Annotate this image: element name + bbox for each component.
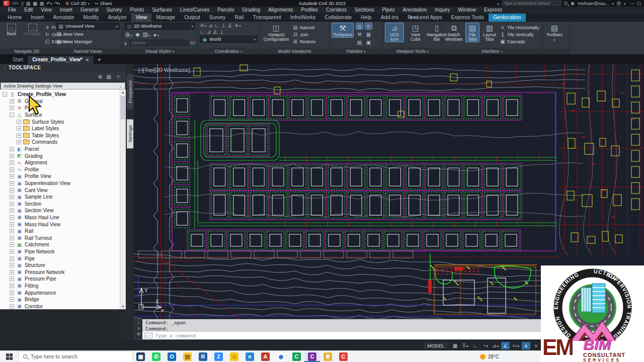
tree-expander-icon[interactable]: + <box>10 229 14 233</box>
cascade-button[interactable]: Cascade <box>500 38 539 45</box>
tree-expander-icon[interactable]: + <box>10 270 14 275</box>
polar-tracking-icon[interactable]: ◔ <box>481 342 490 349</box>
edge-icon[interactable]: e <box>242 351 258 362</box>
scrollbar-thumb[interactable] <box>121 96 125 119</box>
zoom-icon[interactable]: Z <box>211 351 226 362</box>
tile-vertically-button[interactable]: Tile Vertically <box>500 31 539 38</box>
save-icon[interactable]: ▦ <box>33 1 37 6</box>
tree-item[interactable]: + Sample Line <box>0 194 126 201</box>
ribbon-tab[interactable]: Modify <box>78 14 103 22</box>
ribbon-tab[interactable]: Output <box>180 14 205 22</box>
ucs-origin-icon[interactable]: ✛ <box>234 23 241 28</box>
menu-item[interactable]: Alignments <box>264 7 297 14</box>
tree-item[interactable]: + Pipe Network <box>0 248 126 255</box>
tree-item[interactable]: + Cant View <box>0 187 126 194</box>
toolbars-button[interactable]: Toolbars <box>545 23 564 42</box>
sheet-set-icon[interactable]: ▦ <box>365 31 372 38</box>
menu-item[interactable]: Inquiry <box>431 7 454 14</box>
ribbon-tab[interactable]: Collaborate <box>320 14 356 22</box>
trophy-icon[interactable]: ♕ <box>320 351 336 362</box>
tree-item[interactable]: + Commands <box>0 139 126 146</box>
tree-expander-icon[interactable]: + <box>10 208 14 213</box>
panel-label[interactable]: Viewport Tools <box>383 48 442 54</box>
scroll-down-icon[interactable]: ▼ <box>121 305 125 308</box>
user-menu-chevron-icon[interactable] <box>612 1 614 6</box>
xray-toggle-icon[interactable] <box>124 38 128 47</box>
menu-item[interactable]: Edit <box>20 7 37 14</box>
object-snap-icon[interactable]: ▭ <box>511 342 520 349</box>
new-view-button[interactable]: New View <box>56 31 120 37</box>
menu-item[interactable]: File <box>4 7 20 14</box>
ucs-view-icon[interactable]: ∠ <box>228 23 232 28</box>
tab-drawing[interactable]: Create_Profile_View* <box>28 56 94 64</box>
tree-item[interactable]: - Surface <box>0 112 126 119</box>
tree-expander-icon[interactable]: + <box>10 160 14 165</box>
ribbon-tab[interactable]: InfraWorks <box>286 14 320 22</box>
material-icon[interactable]: ● <box>153 32 159 38</box>
workspace-switcher[interactable]: Civil 3D <box>65 1 90 6</box>
menu-item[interactable]: Grading <box>238 7 265 14</box>
tool-palettes-icon[interactable]: ⚒ <box>356 31 363 38</box>
plot-icon[interactable]: ▨ <box>40 1 44 6</box>
microsoft-store-icon[interactable]: ▣ <box>133 351 148 362</box>
tree-expander-icon[interactable]: + <box>10 222 14 227</box>
ribbon-tab[interactable]: Express Tools <box>447 14 489 22</box>
survey-palette-icon[interactable]: ▧ <box>356 39 363 46</box>
tree-expander-icon[interactable]: + <box>10 154 14 158</box>
tree-item[interactable]: + Profile View <box>0 173 126 180</box>
minimize-button[interactable]: — <box>630 1 634 6</box>
ucs-dropdown[interactable]: World <box>200 36 258 43</box>
edge-style-icon[interactable]: ▨ <box>143 31 150 38</box>
tree-expander-icon[interactable]: + <box>10 202 14 206</box>
menu-item[interactable]: Window <box>454 7 480 14</box>
tree-item[interactable]: + Pressure Network <box>0 268 126 276</box>
share-button[interactable]: Share <box>95 1 112 6</box>
shaded-icon[interactable]: ◆ <box>135 31 139 38</box>
new-file-icon[interactable]: ▯ <box>21 1 24 6</box>
tree-item[interactable]: + Profile <box>0 166 126 173</box>
menu-item[interactable]: Survey <box>102 7 126 14</box>
ribbon-tab[interactable]: Survey <box>205 14 230 22</box>
tree-item[interactable]: + Superelevation View <box>0 180 126 187</box>
ribbon-tab[interactable]: Geolocation <box>489 14 526 22</box>
help-chevron-icon[interactable] <box>624 1 626 6</box>
model-space-button[interactable]: MODEL <box>424 342 448 349</box>
toolspace-tab[interactable]: Prospector <box>127 74 133 109</box>
back-button[interactable]: ← Back <box>2 23 21 36</box>
tree-expander-icon[interactable]: + <box>10 297 14 302</box>
dialog-launcher-icon[interactable] <box>240 49 243 54</box>
face-style-icon[interactable]: ◍ <box>125 31 132 38</box>
tree-item[interactable]: + Bridge <box>0 296 126 303</box>
tree-item[interactable]: + Fitting <box>0 283 126 290</box>
opacity-field[interactable]: Opacity <box>129 40 189 46</box>
dock-icon[interactable]: ⧉ <box>98 74 102 80</box>
panel-label[interactable]: Visual Styles <box>122 48 197 54</box>
maximize-button[interactable]: ▢ <box>637 1 641 6</box>
ucs-object-icon[interactable]: ⊥ <box>219 29 224 35</box>
tree-expander-icon[interactable]: + <box>10 291 14 295</box>
panel-label[interactable]: Model Viewports <box>260 48 329 54</box>
tree-expander-icon[interactable]: + <box>10 249 14 254</box>
weather-widget[interactable]: 28°C <box>480 354 499 359</box>
menu-item[interactable]: Corridors <box>322 7 351 14</box>
taskbar-search-input[interactable]: Type here to search <box>18 351 133 362</box>
properties-icon[interactable]: ▤ <box>107 74 111 79</box>
start-button[interactable] <box>0 351 18 362</box>
file-tabs-button[interactable]: File Tabs <box>465 23 479 42</box>
tree-item[interactable]: + Rail Turnout <box>0 234 126 241</box>
ortho-icon[interactable]: ∟ <box>471 342 479 349</box>
ribbon-tab[interactable]: Insert <box>26 14 48 22</box>
ribbon-tab[interactable]: Transparent <box>248 14 285 22</box>
tree-item[interactable]: + Point <box>0 105 126 112</box>
menu-item[interactable]: Sections <box>351 7 378 14</box>
tree-item[interactable]: + Catchment <box>0 241 126 248</box>
tree-expander-icon[interactable]: + <box>10 277 14 281</box>
tree-item[interactable]: + Mass Haul View <box>0 221 126 228</box>
emoji-icon[interactable]: ☺ <box>226 351 242 362</box>
tree-item[interactable]: + Pressure Pipe <box>0 276 126 283</box>
panel-label[interactable]: Named Views <box>54 48 122 54</box>
autocad-red-icon[interactable]: C <box>336 351 351 362</box>
search-icon[interactable] <box>564 2 568 5</box>
tree-item[interactable]: + Table Styles <box>0 132 126 139</box>
menu-item[interactable]: View <box>37 7 56 14</box>
